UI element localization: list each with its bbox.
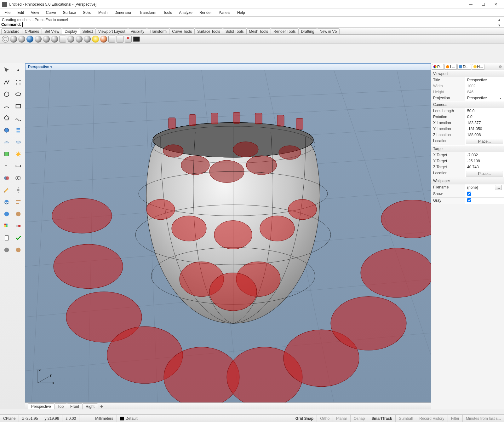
viewport-canvas[interactable]: z x y	[25, 70, 431, 402]
rendered-mode-icon[interactable]	[18, 36, 25, 43]
boolean-tool-icon[interactable]	[1, 172, 12, 184]
toggle-planar[interactable]: Planar	[333, 415, 351, 422]
tab-transform[interactable]: Transform	[147, 28, 169, 34]
menu-panels[interactable]: Panels	[215, 10, 233, 15]
filename-browse-button[interactable]: …	[495, 185, 502, 190]
menu-file[interactable]: File	[1, 10, 14, 15]
panel-gear-icon[interactable]: ⚙	[497, 65, 503, 69]
flat-off-icon[interactable]: ✕	[125, 36, 132, 43]
render2-tool-icon[interactable]	[13, 208, 24, 220]
wallpaper-gray-checkbox[interactable]	[467, 198, 471, 202]
status-autosave[interactable]: Minutes from last s...	[463, 415, 504, 422]
prop-rotation-value[interactable]: 0.0	[465, 114, 504, 120]
tab-viewport-layout[interactable]: Viewport Layout	[95, 28, 128, 34]
view-tab-perspective[interactable]: Perspective	[28, 403, 54, 409]
material-icon[interactable]	[100, 36, 107, 43]
tab-surface-tools[interactable]: Surface Tools	[194, 28, 223, 34]
menu-mesh[interactable]: Mesh	[95, 10, 111, 15]
fullscreen-icon[interactable]	[133, 37, 140, 42]
box-tool-icon[interactable]	[1, 124, 12, 136]
menu-edit[interactable]: Edit	[14, 10, 27, 15]
menu-transform[interactable]: Transform	[136, 10, 159, 15]
menu-curve[interactable]: Curve	[43, 10, 59, 15]
toggle-grid-snap[interactable]: Grid Snap	[292, 415, 317, 422]
grid-tool-icon[interactable]	[1, 220, 12, 232]
panel-tab-display[interactable]: Di...	[457, 64, 471, 70]
toggle-gumball[interactable]: Gumball	[396, 415, 416, 422]
grid-axes-icon[interactable]	[117, 36, 123, 43]
tab-drafting[interactable]: Drafting	[298, 28, 317, 34]
status-layer[interactable]: Default	[117, 415, 141, 422]
prop-title-value[interactable]: Perspective	[465, 77, 504, 83]
layers-tool-icon[interactable]	[1, 196, 12, 208]
prop-xloc-value[interactable]: 183.377	[465, 120, 504, 126]
tab-standard[interactable]: Standard	[1, 28, 22, 34]
toggle-filter[interactable]: Filter	[448, 415, 463, 422]
target-place-button[interactable]: Place...	[466, 171, 503, 176]
prop-yloc-value[interactable]: -181.050	[465, 126, 504, 132]
pen-mode-icon[interactable]	[59, 36, 66, 43]
menu-view[interactable]: View	[28, 10, 42, 15]
menu-solid[interactable]: Solid	[80, 10, 94, 15]
prop-filename-value[interactable]: (none)	[467, 185, 494, 190]
shade2-tool-icon[interactable]	[13, 244, 24, 256]
dimension-tool-icon[interactable]	[13, 160, 24, 172]
wallpaper-show-checkbox[interactable]	[467, 192, 471, 196]
technical-mode-icon[interactable]	[43, 36, 50, 43]
panel-tab-properties[interactable]: P...	[432, 64, 444, 70]
view-tab-add-icon[interactable]: ✚	[98, 404, 106, 409]
explode-tool-icon[interactable]	[13, 148, 24, 160]
menu-dimension[interactable]: Dimension	[111, 10, 135, 15]
edit-tool-icon[interactable]	[1, 184, 12, 196]
close-button[interactable]: ✕	[490, 1, 502, 8]
tab-solid-tools[interactable]: Solid Tools	[223, 28, 247, 34]
maximize-button[interactable]: ☐	[477, 1, 490, 8]
tab-cplanes[interactable]: CPlanes	[22, 28, 42, 34]
view-tab-top[interactable]: Top	[54, 403, 67, 409]
options-tool-icon[interactable]	[13, 184, 24, 196]
cmd-scroll-down-icon[interactable]: ▾	[498, 23, 503, 27]
shaded-mode-icon[interactable]	[10, 36, 17, 43]
prop-ytarget-value[interactable]: -25.198	[465, 158, 504, 164]
toggle-ortho[interactable]: Ortho	[317, 415, 333, 422]
tab-select[interactable]: Select	[80, 28, 96, 34]
point-tool-icon[interactable]	[13, 65, 24, 76]
panel-tab-layers[interactable]: L...	[444, 64, 457, 70]
shade1-tool-icon[interactable]	[1, 244, 12, 256]
tab-display[interactable]: Display	[62, 28, 80, 34]
tab-visibility[interactable]: Visibility	[128, 28, 147, 34]
viewport-menu-caret-icon[interactable]: ▾	[50, 65, 52, 69]
tab-new-in-v5[interactable]: New in V5	[317, 28, 340, 34]
viewport-titlebar[interactable]: Perspective ▾	[25, 63, 431, 70]
panel-tab-help[interactable]: H...	[472, 64, 485, 70]
tab-mesh-tools[interactable]: Mesh Tools	[246, 28, 271, 34]
lights-icon[interactable]	[92, 36, 99, 43]
tab-render-tools[interactable]: Render Tools	[271, 28, 299, 34]
menu-analyze[interactable]: Analyze	[176, 10, 196, 15]
check-tool-icon[interactable]	[13, 232, 24, 244]
control-points-icon[interactable]	[13, 77, 24, 88]
extrude-tool-icon[interactable]	[13, 124, 24, 136]
menu-render[interactable]: Render	[196, 10, 215, 15]
polyline-tool-icon[interactable]	[1, 77, 12, 88]
prop-zloc-value[interactable]: 188.008	[465, 132, 504, 138]
menu-surface[interactable]: Surface	[60, 10, 79, 15]
toggle-smarttrack[interactable]: SmartTrack	[368, 415, 395, 422]
wireframe-mode-icon[interactable]	[2, 36, 9, 43]
prop-xtarget-value[interactable]: -7.032	[465, 152, 504, 158]
prop-gray-value[interactable]	[465, 198, 504, 204]
render-tool-icon[interactable]	[1, 208, 12, 220]
minimize-button[interactable]: —	[464, 1, 477, 8]
toggle-tool-icon[interactable]	[13, 220, 24, 232]
toggle-record-history[interactable]: Record History	[416, 415, 448, 422]
ellipse-tool-icon[interactable]	[13, 89, 24, 100]
surface-tool-icon[interactable]	[1, 136, 12, 148]
render-preview-icon[interactable]	[84, 36, 91, 43]
artistic-mode-icon[interactable]	[51, 36, 58, 43]
menu-help[interactable]: Help	[234, 10, 248, 15]
arc-tool-icon[interactable]	[1, 101, 12, 112]
tab-set-view[interactable]: Set View	[42, 28, 62, 34]
curve-tool-icon[interactable]	[13, 113, 24, 124]
circle-tool-icon[interactable]	[1, 89, 12, 100]
menu-tools[interactable]: Tools	[160, 10, 175, 15]
